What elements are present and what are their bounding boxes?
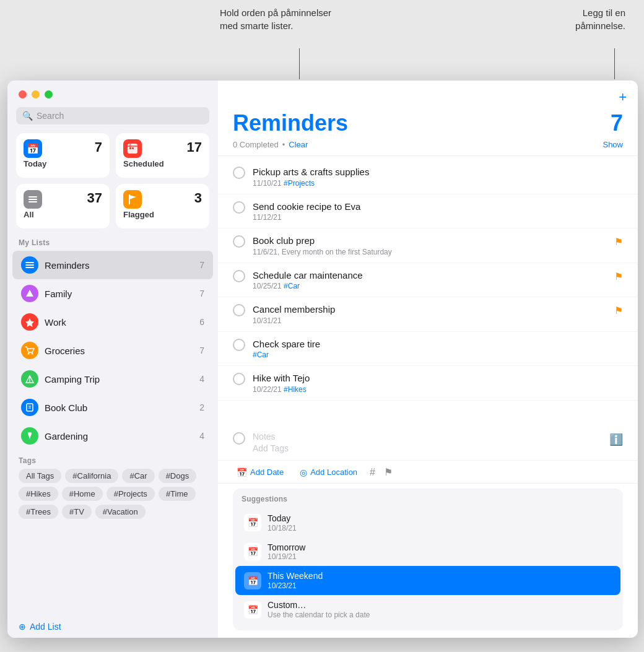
plus-icon: ⊕ [19, 622, 26, 632]
minimize-button[interactable] [32, 90, 40, 98]
bookclub-list-count: 2 [199, 402, 204, 412]
svg-rect-3 [129, 147, 131, 149]
hashtag-icon[interactable]: # [370, 467, 375, 478]
sidebar-item-reminders[interactable]: Reminders 7 [12, 251, 213, 279]
reminder-checkbox-4[interactable] [233, 270, 245, 282]
add-reminder-button[interactable]: + [619, 89, 627, 105]
add-location-label: Add Location [310, 467, 357, 477]
reminder-checkbox-7[interactable] [233, 373, 245, 385]
tag-chip-hikes[interactable]: #Hikes [19, 487, 58, 501]
add-date-button[interactable]: 📅 Add Date [233, 466, 287, 479]
reminder-subtitle: 10/31/21 [253, 316, 607, 325]
reminder-toolbar: 📅 Add Date ◎ Add Location # ⚑ [218, 461, 638, 484]
suggestion-title: This Weekend [268, 571, 323, 581]
close-button[interactable] [19, 90, 27, 98]
suggestion-item-today[interactable]: 📅 Today 10/18/21 [235, 508, 620, 537]
search-bar: 🔍 [16, 107, 209, 124]
flagged-card-count: 3 [194, 190, 202, 206]
reminder-checkbox-1[interactable] [233, 167, 245, 179]
reminder-item[interactable]: Schedule car maintenance 10/25/21 #Car ⚑ [218, 263, 638, 298]
sidebar-item-bookclub[interactable]: Book Club 2 [12, 393, 213, 422]
svg-rect-16 [27, 404, 33, 411]
camping-list-icon [21, 370, 38, 388]
tag-chip-vacation[interactable]: #Vacation [95, 505, 146, 519]
suggestion-item-tomorrow[interactable]: 📅 Tomorrow 10/19/21 [235, 537, 620, 567]
new-reminder-row: Notes Add Tags ℹ️ [218, 425, 638, 461]
reminder-tag: #Hikes [284, 385, 307, 394]
reminder-subtitle: 11/10/21 #Projects [253, 179, 623, 188]
svg-point-13 [28, 353, 30, 355]
completed-text: 0 Completed [233, 140, 279, 149]
suggestion-icon-thisweekend: 📅 [244, 572, 261, 589]
search-input[interactable] [37, 111, 203, 121]
reminder-checkbox-3[interactable] [233, 235, 245, 248]
smart-card-flagged[interactable]: 3 Flagged [116, 184, 209, 228]
reminder-item[interactable]: Book club prep 11/6/21, Every month on t… [218, 228, 638, 263]
work-list-name: Work [45, 317, 193, 328]
sidebar-item-gardening[interactable]: Gardening 4 [12, 422, 213, 450]
add-location-button[interactable]: ◎ Add Location [296, 466, 361, 479]
clear-button[interactable]: Clear [289, 140, 308, 149]
reminder-item[interactable]: Send cookie recipe to Eva 11/12/21 [218, 194, 638, 229]
reminder-item[interactable]: Check spare tire #Car [218, 332, 638, 367]
groceries-list-name: Groceries [45, 346, 193, 356]
maximize-button[interactable] [45, 90, 53, 98]
reminder-title: Schedule car maintenance [253, 269, 607, 282]
tag-chips: All Tags#California#Car#Dogs#Hikes#Home#… [19, 469, 207, 519]
suggestion-item-custom[interactable]: 📅 Custom… Use the calendar to pick a dat… [235, 595, 620, 624]
calendar-icon: 📅 [237, 467, 247, 477]
bookclub-list-icon [21, 399, 38, 416]
smart-card-all[interactable]: 37 All [16, 184, 110, 228]
reminder-item[interactable]: Cancel membership 10/31/21 ⚑ [218, 297, 638, 332]
suggestion-sub: Use the calendar to pick a date [268, 611, 370, 619]
info-icon[interactable]: ℹ️ [609, 433, 623, 446]
tag-chip-all tags[interactable]: All Tags [19, 469, 61, 483]
new-reminder-checkbox[interactable] [233, 432, 245, 445]
sidebar-item-work[interactable]: Work 6 [12, 308, 213, 336]
reminder-checkbox-5[interactable] [233, 304, 245, 316]
sidebar-item-family[interactable]: Family 7 [12, 279, 213, 308]
reminder-title: Pickup arts & crafts supplies [253, 166, 623, 178]
location-icon: ◎ [300, 467, 307, 477]
add-list-button[interactable]: ⊕ Add List [7, 615, 218, 638]
groceries-list-icon [21, 342, 38, 359]
gardening-list-count: 4 [199, 431, 204, 441]
reminder-title: Cancel membership [253, 303, 607, 316]
tag-chip-california[interactable]: #California [65, 469, 118, 483]
tag-chip-time[interactable]: #Time [159, 487, 196, 501]
reminder-title: Book club prep [253, 235, 607, 247]
suggestions-header: Suggestions [233, 495, 623, 508]
reminder-item[interactable]: Hike with Tejo 10/22/21 #Hikes [218, 366, 638, 401]
show-button[interactable]: Show [603, 140, 623, 149]
camping-list-name: Camping Trip [45, 374, 193, 385]
reminder-item[interactable]: Pickup arts & crafts supplies 11/10/21 #… [218, 160, 638, 194]
camping-list-count: 4 [199, 374, 204, 384]
svg-rect-4 [132, 147, 134, 149]
groceries-list-count: 7 [199, 346, 204, 355]
tag-chip-projects[interactable]: #Projects [107, 487, 155, 501]
smart-card-today[interactable]: 📅 7 Today [16, 133, 110, 178]
tag-chip-home[interactable]: #Home [62, 487, 103, 501]
tag-chip-trees[interactable]: #Trees [19, 505, 58, 519]
flag-icon[interactable]: ⚑ [384, 466, 393, 478]
sidebar-item-camping[interactable]: Camping Trip 4 [12, 365, 213, 393]
smart-card-scheduled[interactable]: 17 Scheduled [116, 133, 209, 178]
tag-chip-dogs[interactable]: #Dogs [159, 469, 197, 483]
today-card-label: Today [24, 159, 102, 168]
reminder-subtitle: 11/12/21 [253, 213, 623, 222]
svg-marker-12 [25, 318, 34, 327]
reminder-title: Hike with Tejo [253, 372, 623, 385]
tooltip-left: Hold orden på påminnelsermed smarte list… [220, 6, 331, 32]
suggestion-item-thisweekend[interactable]: 📅 This Weekend 10/23/21 [235, 566, 620, 595]
all-card-icon [24, 190, 42, 209]
reminder-subtitle: 11/6/21, Every month on the first Saturd… [253, 248, 607, 256]
tooltip-right: Legg til enpåminnelse. [575, 6, 625, 32]
sidebar-item-groceries[interactable]: Groceries 7 [12, 336, 213, 365]
tag-chip-car[interactable]: #Car [122, 469, 154, 483]
reminder-checkbox-2[interactable] [233, 201, 245, 214]
search-icon: 🔍 [22, 111, 33, 121]
tag-chip-tv[interactable]: #TV [62, 505, 92, 519]
reminders-list: Pickup arts & crafts supplies 11/10/21 #… [218, 156, 638, 425]
suggestion-text: Custom… Use the calendar to pick a date [268, 600, 370, 619]
reminder-checkbox-6[interactable] [233, 339, 245, 351]
